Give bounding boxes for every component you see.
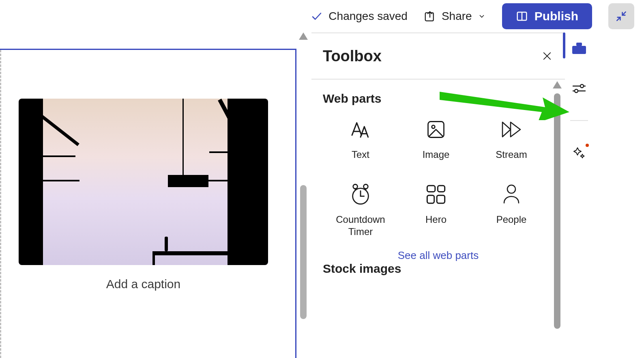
toolbox-panel: Toolbox Web parts Text [311,32,565,358]
scroll-up-icon[interactable] [299,32,308,40]
webpart-people[interactable]: People [474,183,549,248]
command-bar: Changes saved Share Publish [0,0,644,32]
share-icon [424,10,436,22]
see-all-webparts-link[interactable]: See all web parts [323,249,554,262]
webpart-label: People [496,214,527,226]
collapse-icon [615,10,628,23]
collapse-button[interactable] [608,3,634,29]
save-status-text: Changes saved [328,10,408,23]
webpart-label: Hero [425,214,447,226]
svg-point-15 [364,184,368,189]
text-icon [349,118,372,141]
svg-point-29 [575,89,578,93]
svg-rect-21 [437,195,445,203]
svg-rect-19 [438,185,444,192]
svg-rect-18 [427,185,435,192]
image-caption-input[interactable]: Add a caption [19,277,268,291]
people-icon [502,183,521,206]
notification-dot [586,144,589,147]
svg-marker-9 [502,122,511,137]
webparts-grid: Text Image [323,118,554,248]
webpart-countdown[interactable]: Countdown Timer [323,183,398,248]
canvas-section[interactable]: Add a caption [0,49,296,358]
share-menu[interactable]: Share [424,10,486,23]
webpart-label: Text [352,149,369,161]
chevron-down-icon [478,12,486,20]
publish-button[interactable]: Publish [502,3,592,29]
svg-point-8 [432,125,435,129]
share-label: Share [442,10,472,23]
toolbox-icon [572,43,586,55]
check-icon [311,10,323,22]
timer-icon [350,183,371,206]
image-icon [425,118,447,141]
webpart-text[interactable]: Text [323,118,398,183]
image-webpart[interactable] [19,99,268,265]
svg-point-27 [580,84,584,88]
svg-rect-23 [576,43,582,46]
svg-rect-20 [427,195,434,203]
rail-design-tab[interactable] [571,144,587,161]
webparts-heading: Web parts [323,92,554,106]
toolbox-title: Toolbox [323,47,382,65]
webpart-label: Stream [496,149,527,161]
rail-divider [570,120,588,121]
stock-images-heading: Stock images [323,262,554,276]
hero-icon [425,183,447,206]
webpart-label: Countdown Timer [323,214,398,238]
scroll-up-icon[interactable] [553,81,562,88]
webpart-stream[interactable]: Stream [474,118,549,183]
stream-icon [500,118,523,141]
publish-label: Publish [535,9,578,23]
svg-point-22 [507,185,515,193]
right-rail [567,32,591,358]
active-tab-indicator [563,32,565,58]
rail-toolbox-tab[interactable] [571,41,587,57]
webpart-hero[interactable]: Hero [398,183,474,248]
scroll-thumb[interactable] [554,93,560,329]
panel-icon [516,10,528,22]
sparkle-icon [573,146,586,159]
rail-settings-tab[interactable] [571,80,587,97]
svg-point-14 [353,184,358,189]
close-icon[interactable] [541,50,553,62]
canvas-scrollbar[interactable] [299,32,308,357]
save-status: Changes saved [311,10,408,23]
webpart-image[interactable]: Image [398,118,474,183]
webpart-label: Image [423,149,450,161]
scroll-thumb[interactable] [300,185,307,319]
toolbox-scrollbar[interactable] [553,81,562,349]
sliders-icon [572,83,586,94]
svg-marker-10 [511,122,520,137]
